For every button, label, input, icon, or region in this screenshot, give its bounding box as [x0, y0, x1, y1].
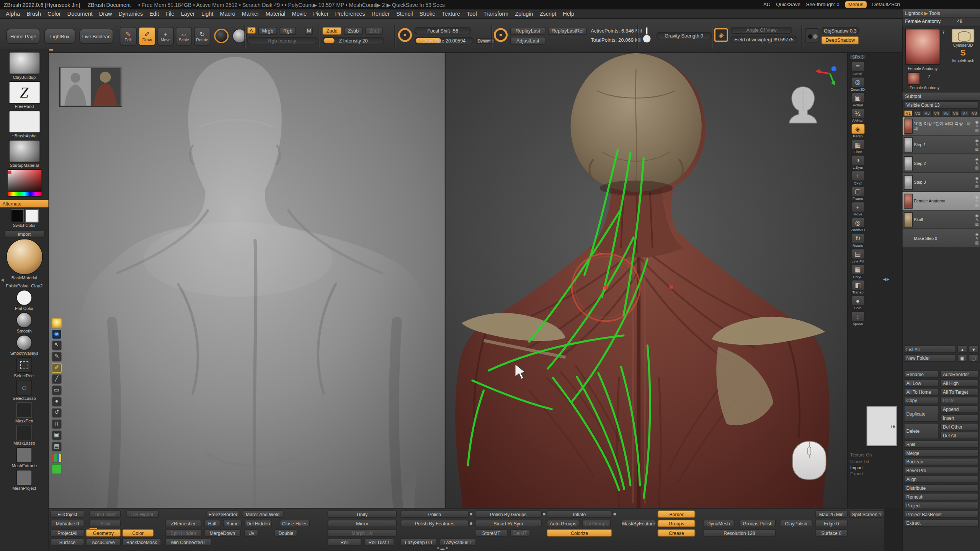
eye-icon[interactable]: ◉	[975, 139, 979, 142]
paint-icon[interactable]: ✎	[975, 180, 978, 184]
all-low-button[interactable]: All Low	[904, 379, 939, 387]
meshproject-item[interactable]: MeshProject	[0, 470, 49, 491]
shader-icon[interactable]: ▥	[975, 166, 978, 170]
bottom-dynamesh[interactable]: DynaMesh	[703, 520, 734, 527]
bottom-polish[interactable]: Polish	[400, 510, 469, 518]
menu-stroke[interactable]: Stroke	[416, 11, 439, 17]
bottom-lazystep-0-1[interactable]: LazyStep 0.1	[400, 538, 437, 546]
all-to-target-button[interactable]: All To Target	[940, 388, 978, 396]
bottom-sdiv[interactable]: SDiv	[90, 520, 121, 527]
menu-help[interactable]: Help	[560, 11, 578, 17]
right-shelf-zoom3d[interactable]: ◎Zoom3D	[849, 217, 867, 232]
bottom-midvalue-0[interactable]: MidValue 0	[51, 520, 85, 527]
right-shelf-qxyz[interactable]: +Qxyz	[849, 171, 867, 186]
version-tab-v2[interactable]: V2	[913, 110, 922, 116]
bottom-border[interactable]: Border	[658, 510, 696, 518]
folder-down-button[interactable]: ▢	[969, 354, 978, 362]
eye-icon[interactable]: ◉	[975, 120, 979, 124]
scroll-handle[interactable]: ▬	[440, 546, 444, 550]
right-shelf-frame[interactable]: ▢Frame	[849, 186, 867, 201]
del-other-button[interactable]: Del Other	[940, 423, 978, 430]
right-shelf-xpose[interactable]: ↕Xpose	[849, 311, 867, 326]
bottom-delmt[interactable]: DelMT	[510, 529, 531, 537]
bottom-backfacemask[interactable]: BackfaceMask	[122, 538, 161, 546]
palette-icon[interactable]	[52, 453, 62, 463]
bottom-roll[interactable]: Roll	[328, 538, 362, 546]
obj-shadow-slider[interactable]: ObjShadow 0.3	[821, 27, 859, 34]
bottom-morph-uv[interactable]: Morph UV	[328, 529, 397, 537]
menu-alpha[interactable]: Alpha	[3, 11, 23, 17]
bottom-mergedown[interactable]: MergeDown	[204, 529, 240, 537]
titlebar-defaultzscri[interactable]: DefaultZScri	[872, 2, 900, 8]
panel-divider-handle[interactable]: ◀▶	[883, 277, 890, 281]
paint-icon[interactable]: ✎	[975, 161, 978, 165]
bottom-split-screen-1[interactable]: Split Screen 1	[849, 510, 884, 518]
scale-mode-button[interactable]: ▱Scale	[176, 27, 192, 46]
draw-size-slider[interactable]: Draw Size 20.00594	[415, 37, 474, 44]
bottom-same[interactable]: Same	[223, 520, 242, 527]
fabiopaiva-clay2-item[interactable]: FabioPaiva_Clay2	[6, 283, 42, 289]
bottom-uv-groups[interactable]: Uv Groups	[582, 520, 611, 527]
focal-shift-slider[interactable]: Focal Shift -56	[415, 27, 471, 34]
version-tab-v1[interactable]: V1	[904, 110, 913, 116]
bottom-geometry[interactable]: Geometry	[86, 529, 121, 537]
rename-button[interactable]: Rename	[904, 370, 939, 378]
bottom-polish-by-features[interactable]: Polish By Features	[400, 520, 469, 527]
autoreorder-button[interactable]: AutoReorder	[940, 370, 978, 378]
bottom-lazyradius-1[interactable]: LazyRadius 1	[439, 538, 476, 546]
gravity-icon[interactable]	[642, 28, 651, 42]
right-shelf-zoom3d[interactable]: ◎Zoom3D	[849, 77, 867, 92]
subtool-header[interactable]: Subtool	[903, 93, 980, 101]
eye-icon[interactable]: ◉	[975, 176, 979, 180]
bevel-pro-button[interactable]: Bevel Pro	[904, 467, 979, 474]
perspective-icon[interactable]: ◈	[714, 28, 728, 42]
document-thumbnail[interactable]	[60, 67, 121, 106]
bottom-edge-0[interactable]: Edge 0	[815, 520, 848, 527]
draw-mode-button[interactable]: ✐Draw	[139, 27, 155, 46]
merge-button[interactable]: Merge	[904, 449, 979, 457]
replay-last-button[interactable]: ReplayLast	[510, 27, 546, 35]
subtool-row-step-3[interactable]: Step 3◉✎▥	[903, 173, 980, 192]
duplicate-button[interactable]: Duplicate	[904, 406, 939, 422]
align-button[interactable]: Align	[904, 475, 979, 483]
bottom-freezeborder[interactable]: FreezeBorder	[207, 510, 240, 518]
menu-picker[interactable]: Picker	[310, 11, 332, 17]
menu-stencil[interactable]: Stencil	[393, 11, 416, 17]
folder-up-button[interactable]: ▣	[957, 354, 967, 362]
pen-icon[interactable]: ✎	[52, 352, 62, 362]
basicmaterial-item[interactable]: BasicMaterial	[0, 239, 49, 280]
right-shelf-actual[interactable]: ▣Actual	[849, 93, 867, 108]
rgb-button[interactable]: Rgb	[279, 27, 296, 35]
bottom-fillobject[interactable]: FillObject	[51, 510, 85, 518]
rgb-intensity-slider[interactable]: Rgb Intensity	[247, 37, 317, 44]
titlebar-ac[interactable]: AC	[763, 2, 770, 8]
bottom-del-hidden[interactable]: Del Hidden	[244, 520, 272, 527]
spix-slider[interactable]: SPix 3	[849, 54, 866, 60]
shader-icon[interactable]: ▥	[975, 203, 978, 207]
subtool-up-button[interactable]: ▲	[957, 346, 967, 353]
masklasso-item[interactable]: MaskLasso	[0, 425, 49, 445]
mrgb-button[interactable]: Mrgb	[258, 27, 277, 35]
paint-icon[interactable]: ✎	[975, 199, 978, 203]
ruler-icon[interactable]: ▭	[52, 385, 62, 395]
right-shelf-l-sym[interactable]: ◑L.Sym	[849, 155, 867, 170]
remesh-button[interactable]: Remesh	[904, 493, 979, 500]
bottom-claypolish[interactable]: ClayPolish	[780, 520, 813, 527]
alternate-button[interactable]: Alternate	[0, 200, 49, 207]
bottom-color[interactable]: Color	[122, 529, 154, 537]
titlebar-menus[interactable]: Menus	[845, 1, 867, 8]
bottom-colorize[interactable]: Colorize	[547, 529, 612, 537]
m-button[interactable]: M	[305, 27, 313, 35]
bottom-projectall[interactable]: ProjectAll	[51, 529, 85, 537]
texture-clone-txt[interactable]: Clone Txt	[849, 459, 900, 463]
live-boolean-button[interactable]: Live Boolean	[79, 29, 113, 44]
bottom-groups-polish[interactable]: Groups Polish	[740, 520, 776, 527]
subtool-row-10-2[interactable]: 10일 여성 2단계 바디 각상 - 하체◉✎▥	[903, 117, 980, 135]
menu-render[interactable]: Render	[368, 11, 393, 17]
extract-button[interactable]: Extract	[904, 519, 979, 527]
z-intensity-slider[interactable]: Z Intensity 20	[322, 37, 384, 44]
selectlasso-item[interactable]: SelectLasso	[0, 380, 49, 401]
all-to-home-button[interactable]: All To Home	[904, 388, 939, 396]
simplebrush-icon[interactable]: S	[960, 48, 965, 57]
fov-slider[interactable]: Field of view(deg) 39.59775	[730, 36, 797, 43]
